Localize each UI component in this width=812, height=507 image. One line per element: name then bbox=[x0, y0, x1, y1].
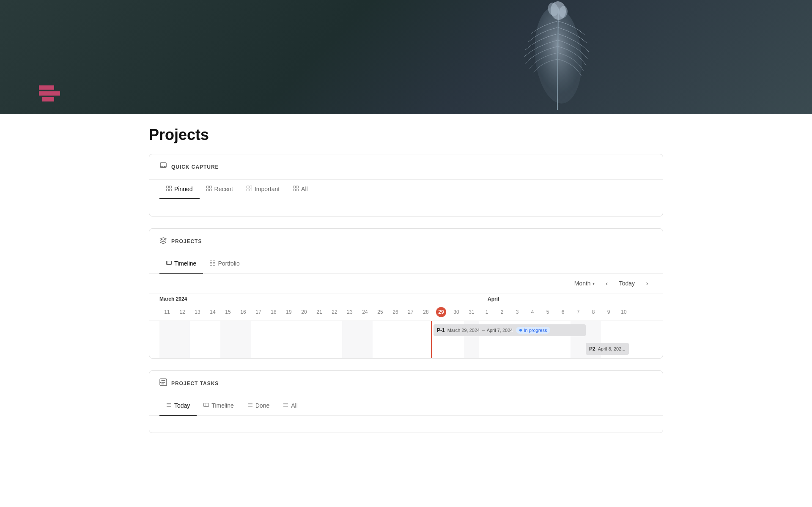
month-selector[interactable]: Month ▾ bbox=[571, 278, 598, 288]
svg-rect-9 bbox=[170, 189, 172, 191]
day-29-today: 29 bbox=[433, 305, 449, 321]
feather-illustration bbox=[491, 0, 626, 114]
svg-rect-20 bbox=[294, 189, 296, 191]
svg-rect-13 bbox=[209, 189, 211, 191]
tab-recent-label: Recent bbox=[214, 186, 233, 192]
timeline-prev-btn[interactable]: ‹ bbox=[601, 278, 612, 289]
quick-capture-title: QUICK CAPTURE bbox=[171, 164, 219, 170]
tab-tasks-timeline[interactable]: Timeline bbox=[197, 396, 240, 416]
svg-rect-6 bbox=[167, 186, 169, 188]
day-24: 24 bbox=[357, 307, 373, 318]
svg-rect-7 bbox=[170, 186, 172, 188]
svg-rect-22 bbox=[167, 261, 172, 265]
day-11: 11 bbox=[159, 307, 175, 318]
day-apr-6: 6 bbox=[555, 307, 571, 318]
svg-rect-14 bbox=[247, 186, 249, 188]
day-28: 28 bbox=[418, 307, 433, 318]
project-tasks-icon bbox=[159, 378, 167, 388]
day-31: 31 bbox=[464, 307, 479, 318]
project-tasks-tabs: Today Timeline bbox=[149, 396, 663, 416]
day-13: 13 bbox=[190, 307, 205, 318]
svg-point-29 bbox=[160, 382, 161, 383]
tab-all-tasks[interactable]: All bbox=[276, 396, 304, 416]
today-line bbox=[431, 321, 432, 358]
day-15: 15 bbox=[220, 307, 236, 318]
day-21: 21 bbox=[312, 307, 327, 318]
tab-done[interactable]: Done bbox=[241, 396, 276, 416]
main-content: Projects QUICK CAPTURE bbox=[110, 126, 702, 433]
task-p1-label: P-1 bbox=[437, 327, 445, 333]
today-tab-icon bbox=[166, 402, 172, 409]
svg-rect-17 bbox=[250, 189, 252, 191]
tab-today-label: Today bbox=[174, 402, 190, 409]
quick-capture-header: QUICK CAPTURE bbox=[149, 154, 663, 180]
all-tasks-tab-icon bbox=[283, 402, 288, 409]
task-p1-status: In progress bbox=[516, 327, 550, 334]
tab-important[interactable]: Important bbox=[240, 180, 286, 199]
quick-capture-body bbox=[149, 199, 663, 216]
day-23: 23 bbox=[342, 307, 357, 318]
project-tasks-card: PROJECT TASKS Today bbox=[149, 370, 663, 433]
task-bar-p2[interactable]: P2 April 8, 202... bbox=[586, 343, 629, 355]
tab-timeline[interactable]: Timeline bbox=[159, 254, 203, 274]
status-dot bbox=[519, 329, 522, 332]
project-tasks-section-title: PROJECT TASKS bbox=[171, 381, 219, 386]
page-title: Projects bbox=[149, 126, 663, 144]
timeline-toolbar: Month ▾ ‹ Today › bbox=[149, 274, 663, 293]
all-qc-tab-icon bbox=[293, 186, 299, 192]
gantt-row-1: P-1 March 29, 2024 → April 7, 2024 In pr… bbox=[159, 321, 653, 340]
day-19: 19 bbox=[281, 307, 296, 318]
svg-rect-21 bbox=[296, 189, 299, 191]
projects-card: PROJECTS Timeline bbox=[149, 228, 663, 359]
task-bar-p1[interactable]: P-1 March 29, 2024 → April 7, 2024 In pr… bbox=[433, 324, 586, 336]
tab-today[interactable]: Today bbox=[159, 396, 197, 416]
day-16: 16 bbox=[236, 307, 251, 318]
projects-section-title: PROJECTS bbox=[171, 238, 202, 244]
tab-pinned[interactable]: Pinned bbox=[159, 180, 200, 199]
day-12: 12 bbox=[175, 307, 190, 318]
day-apr-10: 10 bbox=[616, 307, 631, 318]
gantt-area: March 2024 April 11 12 13 14 15 16 17 18… bbox=[149, 293, 663, 358]
day-apr-2: 2 bbox=[494, 307, 510, 318]
day-20: 20 bbox=[296, 307, 312, 318]
timeline-next-btn[interactable]: › bbox=[642, 278, 653, 289]
tab-timeline-label: Timeline bbox=[174, 260, 196, 267]
project-tasks-body bbox=[149, 416, 663, 433]
hero-banner bbox=[0, 0, 812, 114]
page-logo bbox=[39, 85, 60, 101]
day-17: 17 bbox=[251, 307, 266, 318]
svg-rect-27 bbox=[213, 263, 215, 266]
tasks-timeline-icon bbox=[203, 402, 209, 409]
task-p2-label: P2 bbox=[589, 346, 595, 352]
day-apr-4: 4 bbox=[525, 307, 540, 318]
tab-portfolio-label: Portfolio bbox=[218, 260, 239, 267]
month-selector-label: Month bbox=[574, 280, 591, 287]
quick-capture-icon bbox=[159, 162, 167, 172]
day-25: 25 bbox=[373, 307, 388, 318]
projects-icon bbox=[159, 236, 167, 246]
tab-all-qc[interactable]: All bbox=[286, 180, 315, 199]
today-button[interactable]: Today bbox=[616, 278, 638, 288]
day-27: 27 bbox=[403, 307, 418, 318]
tab-recent[interactable]: Recent bbox=[200, 180, 240, 199]
day-apr-8: 8 bbox=[586, 307, 601, 318]
tab-pinned-label: Pinned bbox=[174, 186, 193, 192]
day-apr-1: 1 bbox=[479, 307, 494, 318]
logo-bar-2 bbox=[39, 91, 60, 96]
project-tasks-header: PROJECT TASKS bbox=[149, 371, 663, 396]
tab-important-label: Important bbox=[255, 186, 280, 192]
day-22: 22 bbox=[327, 307, 342, 318]
chevron-down-icon: ▾ bbox=[593, 281, 595, 286]
tab-done-label: Done bbox=[255, 402, 269, 409]
day-apr-9: 9 bbox=[601, 307, 616, 318]
day-26: 26 bbox=[388, 307, 403, 318]
tab-portfolio[interactable]: Portfolio bbox=[203, 254, 246, 274]
quick-capture-tabs: Pinned Recent bbox=[149, 180, 663, 199]
svg-rect-19 bbox=[296, 186, 299, 188]
tab-all-tasks-label: All bbox=[291, 402, 298, 409]
day-14: 14 bbox=[205, 307, 220, 318]
pinned-tab-icon bbox=[166, 186, 172, 192]
day-apr-5: 5 bbox=[540, 307, 555, 318]
projects-header: PROJECTS bbox=[149, 229, 663, 254]
day-30: 30 bbox=[449, 307, 464, 318]
